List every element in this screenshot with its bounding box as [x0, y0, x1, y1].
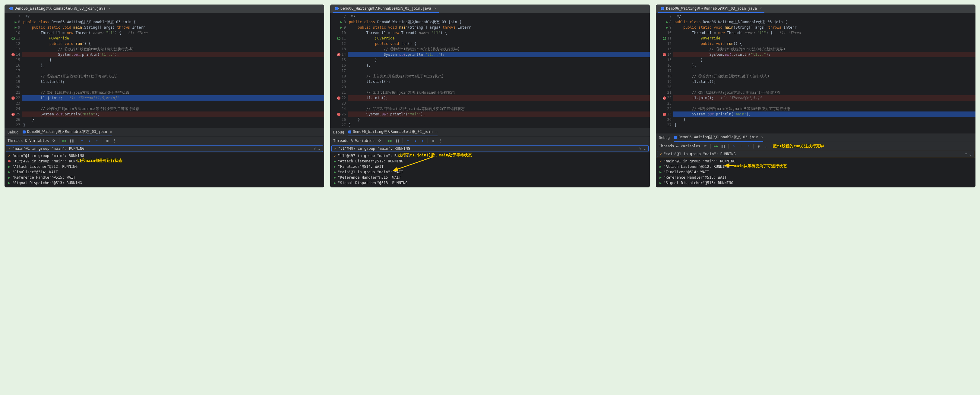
restart-icon[interactable]: ⟳	[52, 139, 56, 143]
code-line[interactable]: };	[673, 63, 975, 68]
breakpoint-icon[interactable]	[663, 53, 666, 56]
thread-row[interactable]: ▶"Attach Listener"@512: RUNNING	[330, 159, 650, 164]
override-gutter-icon[interactable]	[11, 37, 15, 40]
code-line[interactable]	[673, 84, 975, 90]
code-line[interactable]: t1.join();	[348, 95, 650, 101]
code-line[interactable]	[348, 68, 650, 73]
step-into-icon[interactable]: ↓	[88, 139, 92, 143]
code-line[interactable]: // ③执行t1线程的run方法(将方法执行完毕)	[673, 46, 975, 52]
code-line[interactable]: // ④再次回到main方法,main从等待转换变为了可运行状态	[348, 106, 650, 111]
code-line[interactable]: // ③执行t1线程的run方法(将方法执行完毕)	[348, 46, 650, 52]
thread-row[interactable]: ▶"Reference Handler"@515: WAIT	[656, 175, 975, 180]
code-line[interactable]: public class Demo06_Waiting进入Runnable状态_…	[22, 19, 324, 25]
editor-tab[interactable]: Demo06_Waiting进入Runnable状态_03_join.java×	[658, 5, 764, 13]
code-line[interactable]: };	[348, 63, 650, 68]
code-line[interactable]: @Override	[348, 36, 650, 41]
pause-icon[interactable]: ❚❚	[721, 144, 725, 148]
breakpoint-icon[interactable]	[11, 113, 15, 116]
thread-selector[interactable]: ✓"main"@1 in group "main": RUNNING ⑂⌄	[6, 145, 323, 152]
chevron-down-icon[interactable]: ⌄	[644, 146, 646, 151]
override-gutter-icon[interactable]	[663, 37, 666, 40]
code-line[interactable]: Thread t1 = new Thread( name: "t1") { t1…	[22, 30, 324, 36]
thread-selector[interactable]: ✓"t1"@497 in group "main": RUNNING ⑂⌄	[331, 145, 649, 152]
code-line[interactable]: // ③执行t1线程的run方法(将方法执行完毕)	[22, 46, 324, 52]
restart-icon[interactable]: ⟳	[703, 144, 707, 148]
code-line[interactable]	[348, 101, 650, 106]
code-line[interactable]: }	[673, 117, 975, 122]
thread-selector[interactable]: ✓"main"@1 in group "main": RUNNING ⑂⌄	[657, 151, 974, 157]
step-over-icon[interactable]: ↷	[406, 139, 410, 143]
code-line[interactable]: */	[348, 14, 650, 19]
code-line[interactable]: public void run() {	[673, 41, 975, 46]
code-line[interactable]: // ④再次回到main方法,main从等待转换变为了可运行状态	[22, 106, 324, 111]
code-line[interactable]: */	[22, 14, 324, 19]
code-line[interactable]: System.out.println("t1...");	[22, 52, 324, 57]
step-into-icon[interactable]: ↓	[413, 139, 417, 143]
code-line[interactable]: System.out.println("t1...");	[673, 52, 975, 57]
pause-icon[interactable]: ❚❚	[70, 139, 74, 143]
code-line[interactable]: // ①首先t1开启线程(此时t1处于可运行状态)	[348, 73, 650, 79]
thread-row[interactable]: ▶"Signal Dispatcher"@513: RUNNING	[5, 180, 324, 186]
filter-icon[interactable]: ⑂	[313, 146, 316, 151]
code-line[interactable]: };	[22, 63, 324, 68]
breakpoint-icon[interactable]	[337, 97, 340, 100]
code-line[interactable]: t1.start();	[22, 79, 324, 84]
step-out-icon[interactable]: ↑	[746, 144, 750, 148]
breakpoint-icon[interactable]	[337, 53, 340, 56]
chevron-down-icon[interactable]: ⌄	[969, 152, 972, 156]
gutter[interactable]: 7▶8▶910111213141516171819202122232425262…	[656, 13, 673, 133]
more-icon[interactable]: ⋮	[113, 139, 117, 143]
run-gutter-icon[interactable]: ▶	[15, 25, 17, 30]
code-line[interactable]: @Override	[22, 36, 324, 41]
code-line[interactable]: }	[22, 57, 324, 63]
close-icon[interactable]: ×	[761, 135, 763, 140]
code-line[interactable]: }	[348, 57, 650, 63]
chevron-down-icon[interactable]: ⌄	[318, 146, 320, 151]
code-line[interactable]: System.out.println("main");	[348, 111, 650, 117]
code-line[interactable]	[673, 101, 975, 106]
pause-icon[interactable]: ❚❚	[395, 139, 399, 143]
code-line[interactable]	[22, 101, 324, 106]
code-line[interactable]	[348, 84, 650, 90]
close-tab-icon[interactable]: ×	[760, 6, 762, 11]
code-line[interactable]: }	[673, 122, 975, 128]
thread-row[interactable]: ▶"main"@1 in group "main": WAIT	[330, 169, 650, 175]
override-gutter-icon[interactable]	[337, 37, 340, 40]
run-gutter-icon[interactable]: ▶	[340, 19, 342, 25]
code-line[interactable]: // ②让t1线程执行join方法,此时main处于等待状态	[348, 90, 650, 95]
thread-row[interactable]: ▶"Attach Listener"@512: RUNNING	[5, 164, 324, 169]
view-breakpoints-icon[interactable]: ◉	[105, 139, 110, 143]
close-icon[interactable]: ×	[436, 130, 438, 134]
code-line[interactable]: public void run() {	[348, 41, 650, 46]
code-line[interactable]: }	[22, 122, 324, 128]
code-editor[interactable]: 7▶8▶910111213141516171819202122232425262…	[656, 13, 975, 133]
breakpoint-icon[interactable]	[11, 97, 15, 100]
more-icon[interactable]: ⋮	[438, 139, 442, 143]
code-line[interactable]: }	[348, 117, 650, 122]
code-line[interactable]: @Override	[673, 36, 975, 41]
code-line[interactable]: t1.start();	[673, 79, 975, 84]
code-line[interactable]: }	[22, 117, 324, 122]
thread-row[interactable]: ✓"t1"@497 in group "main": RUNNING	[330, 153, 650, 159]
code-line[interactable]: System.out.println("main");	[673, 111, 975, 117]
restart-icon[interactable]: ⟳	[377, 139, 382, 143]
code-line[interactable]: // ①首先t1开启线程(此时t1处于可运行状态)	[22, 73, 324, 79]
run-gutter-icon[interactable]: ▶	[666, 19, 668, 25]
code-line[interactable]: }	[673, 57, 975, 63]
code-editor[interactable]: 7▶8▶910111213141516171819202122232425262…	[5, 13, 324, 128]
editor-tab[interactable]: Demo06_Waiting进入Runnable状态_03_join.java×	[332, 5, 439, 13]
code-line[interactable]	[22, 68, 324, 73]
resume-icon[interactable]: ▶▶	[62, 139, 67, 143]
editor-tab[interactable]: Demo06_Waiting进入Runnable状态_03_join.java×	[7, 5, 113, 13]
code-line[interactable]: Thread t1 = new Thread( name: "t1") { t1…	[673, 30, 975, 36]
thread-row[interactable]: ▶"Reference Handler"@515: WAIT	[5, 175, 324, 180]
more-icon[interactable]: ⋮	[764, 144, 768, 148]
breakpoint-icon[interactable]	[337, 113, 340, 116]
code-line[interactable]: public class Demo06_Waiting进入Runnable状态_…	[348, 19, 650, 25]
thread-row[interactable]: ▶"Reference Handler"@515: WAIT	[330, 175, 650, 180]
step-over-icon[interactable]: ↷	[732, 144, 736, 148]
code-line[interactable]: t1.start();	[348, 79, 650, 84]
view-breakpoints-icon[interactable]: ◉	[757, 144, 761, 148]
debug-run-tab[interactable]: Demo06_Waiting进入Runnable状态_03_join×	[674, 133, 763, 141]
code-line[interactable]: public static void main(String[] args) t…	[673, 25, 975, 30]
